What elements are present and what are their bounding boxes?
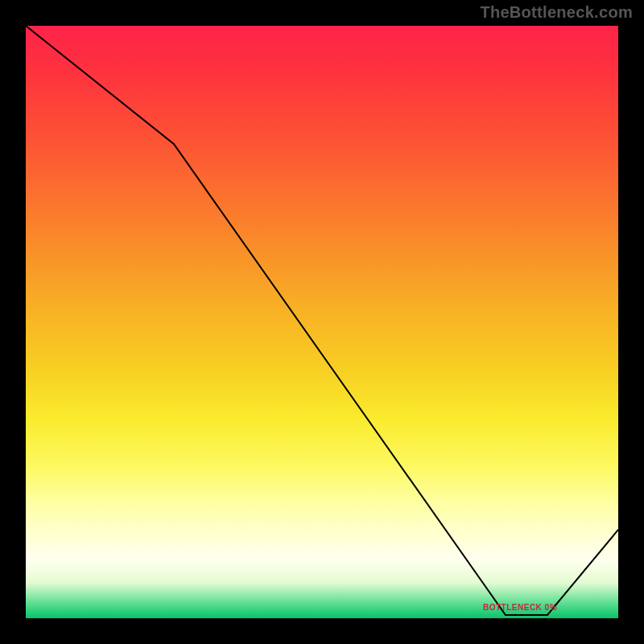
chart-line-overlay bbox=[26, 26, 618, 618]
chart-plot-area: BOTTLENECK 0% bbox=[26, 26, 618, 618]
bottleneck-curve bbox=[26, 26, 618, 615]
bottleneck-zero-label: BOTTLENECK 0% bbox=[483, 603, 557, 612]
attribution-label: TheBottleneck.com bbox=[480, 3, 633, 22]
